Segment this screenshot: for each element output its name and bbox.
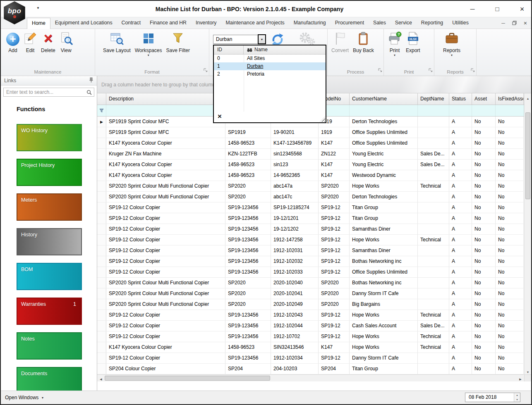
close-button[interactable]: × (518, 5, 526, 13)
site-option-durban[interactable]: 1Durban (214, 62, 326, 70)
ribbon-minimize-button[interactable]: ─ (501, 21, 505, 26)
filter-cell[interactable] (350, 105, 418, 116)
open-windows-button[interactable]: Open Windows (5, 391, 44, 404)
function-button-documents[interactable]: Documents (17, 367, 82, 391)
table-row[interactable]: SP19-12 Colour CopierSP19-12345619-12/12… (97, 224, 524, 235)
search-input[interactable] (3, 88, 94, 97)
maximize-button[interactable]: □ (493, 5, 501, 13)
table-row[interactable]: SP19-12 Colour CopierSP19-1234561912-102… (97, 353, 524, 364)
site-dropdown-name-header[interactable]: Name (244, 45, 326, 54)
column-header-asset[interactable]: Asset (472, 93, 496, 105)
scroll-right-arrow-icon[interactable] (517, 375, 524, 381)
edit-button[interactable]: Edit (22, 30, 39, 54)
filter-cell[interactable] (418, 105, 449, 116)
function-button-history[interactable]: History (17, 228, 82, 255)
workspaces-button[interactable]: Workspaces (133, 30, 164, 57)
filter-cell[interactable] (496, 105, 524, 116)
table-row[interactable]: SP19-12 Colour CopierSP19-1234561912-147… (97, 235, 524, 245)
minimize-button[interactable]: ─ (468, 5, 477, 13)
reports-button[interactable]: Reports (441, 30, 463, 57)
tab-service[interactable]: Service (391, 18, 417, 29)
table-row[interactable]: SP2020 Sprint Colour Multi Functional Co… (97, 278, 524, 288)
table-row[interactable]: SP19-12 Colour CopierSP19-1234561912-102… (97, 267, 524, 278)
tab-sales[interactable]: Sales (369, 18, 391, 29)
function-button-warranties[interactable]: Warranties1 (17, 298, 82, 325)
function-button-notes[interactable]: Notes (17, 332, 82, 360)
vertical-scrollbar[interactable] (524, 93, 531, 374)
table-row[interactable]: Kruger ZN Fax MachineKZN-122TFBsin123455… (97, 149, 524, 160)
site-option-all-sites[interactable]: 0All Sites (214, 55, 326, 62)
table-row[interactable]: K147 Kyocera Colour Copier1458-96523SIN3… (97, 342, 524, 353)
site-dropdown-id-header[interactable]: ID (214, 45, 244, 54)
function-button-project-history[interactable]: Project History (17, 159, 82, 186)
tab-reporting[interactable]: Reporting (417, 18, 448, 29)
tab-procurement[interactable]: Procurement (331, 18, 369, 29)
table-row[interactable]: SP2020 Sprint Colour Multi Functional Co… (97, 192, 524, 202)
table-row[interactable]: SP19-12 Colour CopierSP19-12345619-12/12… (97, 213, 524, 224)
scroll-down-arrow-icon[interactable] (525, 367, 531, 374)
buy-back-button[interactable]: Buy Back (351, 30, 376, 54)
table-row[interactable]: K147 Kyocera Colour Copier1458-96523K147… (97, 138, 524, 149)
table-row[interactable]: SP19-12 Colour CopierSP19-1234561912-102… (97, 256, 524, 267)
table-row[interactable]: SP204 Colour CopierSP204204-10203SP204Ti… (97, 364, 524, 374)
table-row[interactable]: K147 Kyocera Colour Copier1458-9652314-9… (97, 170, 524, 181)
delete-button[interactable]: Delete (39, 30, 58, 54)
table-row[interactable]: SP2020 Sprint Colour Multi Functional Co… (97, 288, 524, 299)
save-layout-button[interactable]: Save Layout (101, 30, 133, 57)
vertical-scrollbar-thumb[interactable] (525, 112, 530, 199)
horizontal-scrollbar[interactable] (97, 374, 524, 381)
column-header-description[interactable]: Description (106, 93, 225, 105)
table-row[interactable]: K147 Kyocera Colour Copier1458-96523sin1… (97, 160, 524, 170)
column-header-status[interactable]: Status (449, 93, 472, 105)
spin-up-icon[interactable] (514, 393, 520, 398)
site-combo[interactable]: Durban (213, 35, 266, 44)
function-button-bom[interactable]: BOM (17, 263, 82, 290)
horizontal-scrollbar-thumb[interactable] (105, 376, 270, 381)
filter-cell[interactable] (449, 105, 472, 116)
tab-maintenance-and-projects[interactable]: Maintenance and Projects (221, 18, 289, 29)
save-filter-button[interactable]: Save Filter (164, 30, 192, 57)
ribbon-close-button[interactable]: × (524, 21, 527, 26)
pin-icon[interactable] (89, 77, 93, 84)
export-button[interactable]: HLSX Export (404, 30, 422, 57)
site-option-pretoria[interactable]: 2Pretoria (214, 70, 326, 78)
tab-contract[interactable]: Contract (117, 18, 145, 29)
table-row[interactable]: SP2020 Sprint Colour Multi Functional Co… (97, 299, 524, 310)
filter-cell[interactable] (106, 105, 225, 116)
tab-finance-and-hr[interactable]: Finance and HR (145, 18, 191, 29)
date-editor[interactable]: 08 Feb 2018 (465, 393, 520, 402)
view-button[interactable]: View (58, 30, 75, 54)
table-row[interactable]: SP19-12 Colour CopierSP19-1234561912-102… (97, 310, 524, 321)
clear-filter-icon[interactable] (218, 113, 222, 120)
table-row[interactable]: SP19-12 Colour CopierSP19-1234561912-102… (97, 321, 524, 331)
tab-utilities[interactable]: Utilities (448, 18, 473, 29)
tab-inventory[interactable]: Inventory (191, 18, 221, 29)
tab-equipment-and-locations[interactable]: Equipment and Locations (50, 18, 117, 29)
filter-cell[interactable] (472, 105, 496, 116)
table-row[interactable]: SP1919 Sprint Colour MFCSP191919-9020119… (97, 127, 524, 138)
settings-button[interactable] (298, 31, 316, 46)
function-button-meters[interactable]: Meters (17, 193, 82, 221)
table-row[interactable]: SP19-12 Colour CopierSP19-1234561912-107… (97, 331, 524, 342)
column-header-customername[interactable]: CustomerName (350, 93, 418, 105)
tab-home[interactable]: Home (27, 18, 50, 29)
process-dialog-launcher-icon[interactable] (378, 67, 382, 74)
column-header-deptname[interactable]: DeptName (418, 93, 449, 105)
resize-grip[interactable] (320, 117, 325, 122)
format-dialog-launcher-icon[interactable] (204, 67, 208, 74)
table-row[interactable]: SP2020 Sprint Colour Multi Functional Co… (97, 181, 524, 192)
table-row[interactable]: SP19-12 Colour CopierSP19-1234561912-102… (97, 245, 524, 256)
column-header-isfixedasset[interactable]: IsFixedAsset (496, 93, 524, 105)
site-combo-dropdown-button[interactable] (258, 34, 266, 44)
quick-access-caret-icon[interactable]: ▼ (36, 6, 40, 10)
reports-dialog-launcher-icon[interactable] (471, 67, 475, 74)
convert-button[interactable]: Convert (329, 30, 351, 54)
function-button-wo-history[interactable]: WO History (17, 124, 82, 151)
tab-manufacturing[interactable]: Manufacturing (289, 18, 331, 29)
scroll-left-arrow-icon[interactable] (98, 375, 104, 381)
table-row[interactable]: SP19-12 Colour CopierSP19-123456SP19-121… (97, 202, 524, 213)
add-button[interactable]: Add (4, 30, 22, 54)
ribbon-restore-button[interactable] (512, 21, 517, 26)
print-button[interactable]: ? Print (386, 30, 404, 57)
scroll-up-arrow-icon[interactable] (525, 94, 531, 100)
